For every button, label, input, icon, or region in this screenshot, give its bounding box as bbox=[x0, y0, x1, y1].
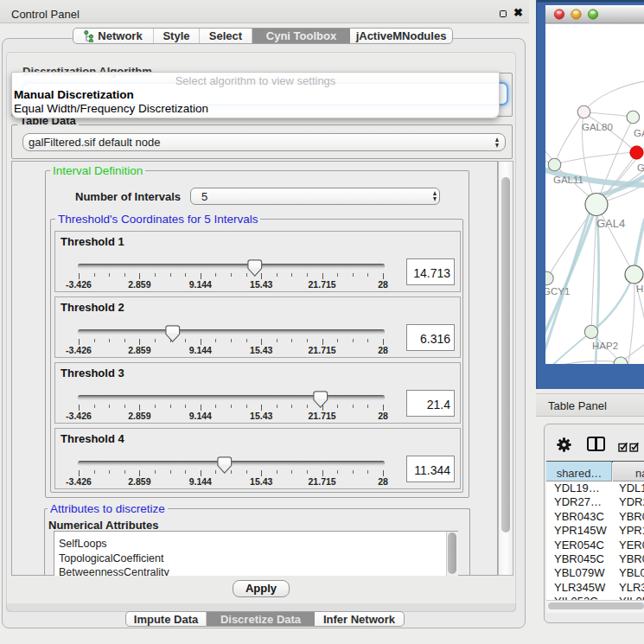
svg-text:GAL: GAL bbox=[634, 128, 644, 138]
svg-text:GAL4: GAL4 bbox=[596, 217, 625, 230]
svg-text:GAL80: GAL80 bbox=[582, 122, 613, 132]
svg-text:GAL11: GAL11 bbox=[553, 175, 583, 185]
svg-text:HAP2: HAP2 bbox=[592, 341, 618, 351]
svg-text:GC: GC bbox=[637, 163, 644, 173]
svg-text:HI: HI bbox=[636, 284, 644, 294]
svg-text:GCY1: GCY1 bbox=[543, 286, 570, 296]
